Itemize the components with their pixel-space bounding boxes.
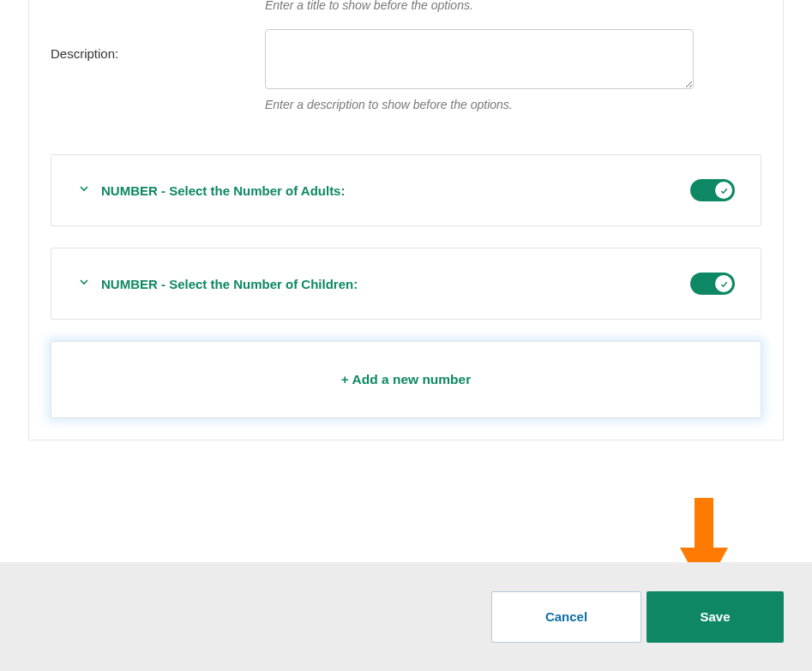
panel-title: NUMBER - Select the Number of Adults:: [101, 183, 345, 198]
description-help-text: Enter a description to show before the o…: [265, 98, 761, 111]
save-button[interactable]: Save: [647, 591, 784, 643]
add-new-number-label: + Add a new number: [341, 372, 471, 386]
description-input[interactable]: [265, 29, 694, 89]
chevron-down-icon: [77, 182, 91, 199]
footer-bar: Cancel Save: [0, 562, 812, 671]
chevron-down-icon: [77, 275, 91, 292]
title-help-text: Enter a title to show before the options…: [265, 0, 761, 21]
toggle-children[interactable]: [690, 273, 735, 295]
check-icon: [715, 275, 732, 292]
add-new-number-button[interactable]: + Add a new number: [51, 341, 761, 418]
cancel-button[interactable]: Cancel: [491, 591, 641, 643]
panel-title: NUMBER - Select the Number of Children:: [101, 277, 358, 291]
svg-rect-0: [695, 498, 713, 556]
number-panel-children[interactable]: NUMBER - Select the Number of Children:: [51, 248, 761, 320]
number-panel-adults[interactable]: NUMBER - Select the Number of Adults:: [51, 154, 761, 226]
description-label: Description:: [51, 21, 265, 61]
toggle-adults[interactable]: [690, 179, 735, 201]
check-icon: [715, 182, 732, 199]
